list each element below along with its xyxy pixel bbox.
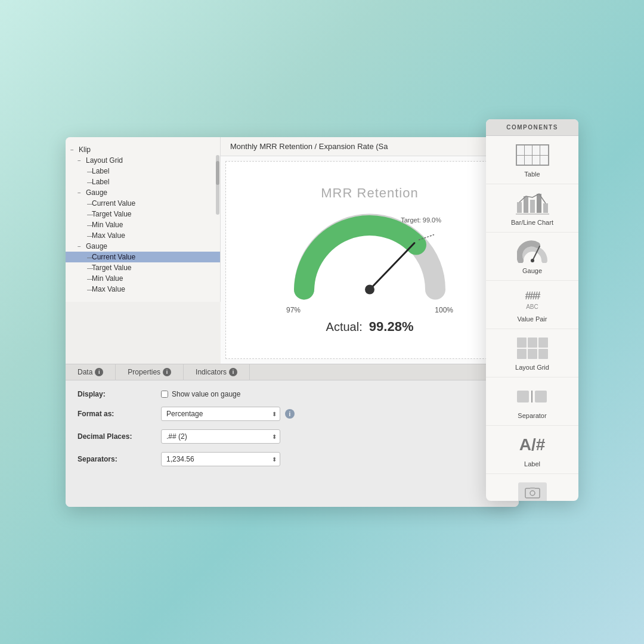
gauge-target-label: Target: 99.0% bbox=[401, 216, 441, 224]
tab-data-label: Data bbox=[78, 368, 92, 376]
component-item-label[interactable]: A/# Label bbox=[486, 426, 578, 474]
valuepair-abc: ABC bbox=[526, 304, 538, 310]
svg-point-12 bbox=[530, 491, 535, 496]
component-item-valuepair[interactable]: ### ABC Value Pair bbox=[486, 281, 578, 329]
gauge-icon-wrapper bbox=[515, 239, 550, 265]
tree-item-label2[interactable]: — Label bbox=[66, 177, 220, 187]
tree-toggle: — bbox=[87, 233, 92, 239]
gauge-actual: Actual: 99.28% bbox=[326, 319, 414, 335]
tree-scroll-thumb[interactable] bbox=[216, 161, 219, 185]
tree-label-currentvalue1: Current Value bbox=[92, 199, 135, 208]
tree-label-maxvalue1: Max Value bbox=[92, 231, 125, 240]
separator-select[interactable]: 1,234.56 1.234,56 1 234.56 bbox=[161, 452, 280, 466]
component-item-gauge[interactable]: Gauge bbox=[486, 233, 578, 281]
decimal-select-wrapper: .## (2) .# (1) .### (3) 0 (0) bbox=[161, 429, 280, 444]
tree-item-minvalue1[interactable]: — Min Value bbox=[66, 219, 220, 230]
svg-rect-7 bbox=[543, 203, 548, 213]
gauge-svg bbox=[286, 210, 453, 306]
tree-item-targetvalue2[interactable]: — Target Value bbox=[66, 262, 220, 273]
tree-item-gauge2[interactable]: − Gauge bbox=[66, 241, 220, 252]
tab-properties[interactable]: Properties i bbox=[116, 364, 184, 380]
tree-label-label1: Label bbox=[92, 167, 109, 175]
display-checkbox-label: Show value on gauge bbox=[172, 390, 240, 398]
tree-label-label2: Label bbox=[92, 178, 109, 186]
tab-properties-label: Properties bbox=[128, 368, 160, 376]
component-label-layoutgrid: Layout Grid bbox=[515, 364, 549, 371]
tree-toggle: — bbox=[87, 211, 92, 218]
gauge-display: MRR Retention Target: 99.0% bbox=[277, 176, 463, 344]
display-checkbox-wrapper: Show value on gauge bbox=[161, 390, 240, 398]
camera-icon bbox=[524, 486, 541, 500]
tree-panel: − Klip − Layout Grid — Label — Label bbox=[66, 137, 221, 302]
tree-item-currentvalue1[interactable]: — Current Value bbox=[66, 198, 220, 209]
tree-label-currentvalue2: Current Value bbox=[92, 253, 135, 261]
tree-item-maxvalue2[interactable]: — Max Value bbox=[66, 284, 220, 295]
gauge-actual-value: 99.28% bbox=[369, 319, 414, 334]
tree-item-klip[interactable]: − Klip bbox=[66, 144, 220, 155]
component-item-barchart[interactable]: Bar/Line Chart bbox=[486, 184, 578, 233]
tree-item-targetvalue1[interactable]: — Target Value bbox=[66, 209, 220, 219]
component-label-gauge: Gauge bbox=[522, 267, 542, 274]
tree-label-targetvalue2: Target Value bbox=[92, 264, 132, 272]
tree-scrollbar[interactable] bbox=[216, 155, 219, 215]
tree-item-maxvalue1[interactable]: — Max Value bbox=[66, 230, 220, 241]
component-item-table[interactable]: Table bbox=[486, 136, 578, 184]
component-label-label: Label bbox=[524, 460, 540, 467]
separator-icon bbox=[517, 391, 548, 402]
tree-label-minvalue1: Min Value bbox=[92, 221, 123, 229]
tree-toggle: — bbox=[87, 179, 92, 185]
tree-toggle: — bbox=[87, 265, 92, 271]
tab-indicators-label: Indicators bbox=[196, 368, 227, 376]
tree-toggle: − bbox=[78, 190, 86, 196]
component-item-separator[interactable]: Separator bbox=[486, 377, 578, 426]
component-item-image[interactable] bbox=[486, 474, 578, 501]
tab-data[interactable]: Data i bbox=[66, 364, 116, 380]
preview-area: Monthly MRR Retention / Expansion Rate (… bbox=[221, 137, 519, 364]
tree-item-label1[interactable]: — Label bbox=[66, 166, 220, 177]
tree-item-minvalue2[interactable]: — Min Value bbox=[66, 273, 220, 284]
separator-select-wrapper: 1,234.56 1.234,56 1 234.56 bbox=[161, 452, 280, 466]
gauge-icon bbox=[517, 240, 548, 263]
decimal-label: Decimal Places: bbox=[78, 432, 161, 441]
format-help-icon[interactable]: i bbox=[285, 409, 295, 419]
tree-toggle: − bbox=[70, 147, 79, 153]
tree-toggle: — bbox=[87, 222, 92, 228]
format-select[interactable]: Percentage Number Currency Date bbox=[161, 407, 280, 421]
table-icon-wrapper bbox=[515, 142, 550, 168]
decimal-select[interactable]: .## (2) .# (1) .### (3) 0 (0) bbox=[161, 429, 280, 444]
gauge-actual-label: Actual: bbox=[326, 320, 363, 333]
display-label: Display: bbox=[78, 390, 161, 398]
format-label: Format as: bbox=[78, 410, 161, 418]
component-item-layoutgrid[interactable]: Layout Grid bbox=[486, 329, 578, 377]
tree-label-klip: Klip bbox=[79, 145, 91, 154]
label-icon-wrapper: A/# bbox=[515, 432, 550, 458]
format-value: Percentage Number Currency Date i bbox=[161, 407, 295, 421]
decimal-value: .## (2) .# (1) .### (3) 0 (0) bbox=[161, 429, 280, 444]
svg-rect-11 bbox=[525, 488, 540, 498]
tree-item-layoutgrid[interactable]: − Layout Grid bbox=[66, 155, 220, 166]
editor-top: − Klip − Layout Grid — Label — Label bbox=[66, 137, 519, 364]
tree-toggle: — bbox=[87, 286, 92, 293]
tree-toggle: — bbox=[87, 168, 92, 175]
svg-rect-5 bbox=[530, 200, 535, 213]
tab-properties-icon: i bbox=[163, 368, 171, 376]
svg-point-10 bbox=[531, 259, 534, 262]
bottom-tabs: Data i Properties i Indicators i bbox=[66, 364, 519, 380]
property-row-decimal: Decimal Places: .## (2) .# (1) .### (3) … bbox=[78, 429, 507, 444]
main-container: − Klip − Layout Grid — Label — Label bbox=[66, 119, 578, 525]
layoutgrid-icon bbox=[517, 338, 548, 359]
preview-title: Monthly MRR Retention / Expansion Rate (… bbox=[221, 137, 519, 156]
tree-item-currentvalue2[interactable]: — Current Value bbox=[66, 252, 220, 262]
gauge-label-min: 97% bbox=[286, 306, 301, 314]
property-row-separator: Separators: 1,234.56 1.234,56 1 234.56 bbox=[78, 452, 507, 466]
image-icon bbox=[518, 482, 547, 501]
display-value: Show value on gauge bbox=[161, 390, 240, 398]
gauge-labels: 97% 100% bbox=[286, 306, 453, 314]
tree-item-gauge1[interactable]: − Gauge bbox=[66, 187, 220, 198]
preview-content: MRR Retention Target: 99.0% bbox=[225, 161, 514, 359]
tree-panel-wrapper: − Klip − Layout Grid — Label — Label bbox=[66, 137, 221, 364]
display-checkbox[interactable] bbox=[161, 391, 168, 398]
tab-indicators[interactable]: Indicators i bbox=[184, 364, 250, 380]
property-row-display: Display: Show value on gauge bbox=[78, 390, 507, 398]
bottom-content: Display: Show value on gauge Format as: bbox=[66, 380, 519, 484]
